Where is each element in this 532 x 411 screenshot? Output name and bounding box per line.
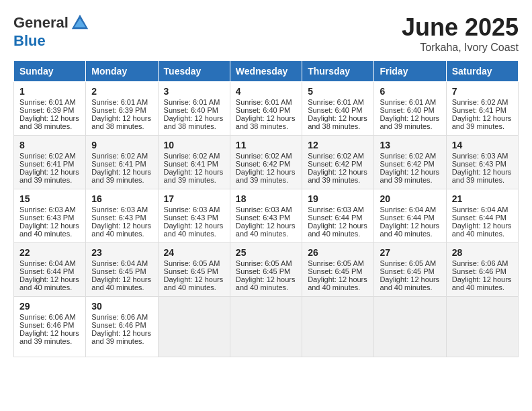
daylight-label: Daylight: 12 hours and 40 minutes. xyxy=(236,275,296,291)
day-number: 10 xyxy=(164,140,224,150)
sunset-label: Sunset: 6:42 PM xyxy=(380,160,434,168)
month-title: June 2025 xyxy=(402,13,519,42)
daylight-label: Daylight: 12 hours and 40 minutes. xyxy=(236,222,296,238)
calendar-cell: 27 Sunrise: 6:05 AM Sunset: 6:45 PM Dayl… xyxy=(374,243,446,297)
daylight-label: Daylight: 12 hours and 40 minutes. xyxy=(91,275,151,291)
day-number: 3 xyxy=(164,86,224,97)
sunrise-label: Sunrise: 6:01 AM xyxy=(19,98,76,106)
day-number: 28 xyxy=(452,247,513,258)
sunrise-label: Sunrise: 6:03 AM xyxy=(452,152,508,160)
sunset-label: Sunset: 6:45 PM xyxy=(164,267,218,275)
calendar-cell: 28 Sunrise: 6:06 AM Sunset: 6:46 PM Dayl… xyxy=(446,243,518,297)
sunset-label: Sunset: 6:40 PM xyxy=(380,106,434,114)
sunset-label: Sunset: 6:44 PM xyxy=(380,214,434,222)
day-number: 16 xyxy=(91,193,152,204)
day-number: 24 xyxy=(164,247,224,258)
calendar-cell: 24 Sunrise: 6:05 AM Sunset: 6:45 PM Dayl… xyxy=(158,243,230,297)
sunset-label: Sunset: 6:45 PM xyxy=(236,267,290,275)
day-number: 22 xyxy=(19,247,80,258)
sunset-label: Sunset: 6:40 PM xyxy=(236,106,290,114)
sunrise-label: Sunrise: 6:06 AM xyxy=(452,259,508,267)
sunset-label: Sunset: 6:42 PM xyxy=(236,160,290,168)
sunrise-label: Sunrise: 6:02 AM xyxy=(308,152,364,160)
sunrise-label: Sunrise: 6:01 AM xyxy=(164,98,220,106)
sunset-label: Sunset: 6:45 PM xyxy=(91,267,146,275)
calendar-cell: 15 Sunrise: 6:03 AM Sunset: 6:43 PM Dayl… xyxy=(14,189,86,243)
page-header: General Blue June 2025 Torkaha, Ivory Co… xyxy=(13,13,519,54)
title-block: June 2025 Torkaha, Ivory Coast xyxy=(402,13,519,54)
daylight-label: Daylight: 12 hours and 40 minutes. xyxy=(380,222,439,238)
calendar-cell xyxy=(374,297,446,357)
calendar-cell: 14 Sunrise: 6:03 AM Sunset: 6:43 PM Dayl… xyxy=(446,136,518,189)
calendar-cell: 23 Sunrise: 6:04 AM Sunset: 6:45 PM Dayl… xyxy=(86,243,158,297)
day-number: 12 xyxy=(308,140,368,150)
sunrise-label: Sunrise: 6:03 AM xyxy=(308,205,364,214)
sunset-label: Sunset: 6:46 PM xyxy=(452,267,506,275)
calendar-cell xyxy=(230,297,302,357)
sunset-label: Sunset: 6:43 PM xyxy=(164,214,218,222)
calendar-header-sunday: Sunday xyxy=(14,61,86,82)
calendar-cell: 12 Sunrise: 6:02 AM Sunset: 6:42 PM Dayl… xyxy=(302,136,374,189)
day-number: 18 xyxy=(236,193,296,204)
day-number: 2 xyxy=(91,86,152,97)
sunset-label: Sunset: 6:44 PM xyxy=(452,214,506,222)
day-number: 13 xyxy=(380,140,440,150)
sunrise-label: Sunrise: 6:04 AM xyxy=(452,205,508,214)
sunset-label: Sunset: 6:44 PM xyxy=(308,214,362,222)
sunrise-label: Sunrise: 6:02 AM xyxy=(19,152,76,160)
day-number: 19 xyxy=(308,193,368,204)
calendar-cell: 13 Sunrise: 6:02 AM Sunset: 6:42 PM Dayl… xyxy=(374,136,446,189)
sunset-label: Sunset: 6:42 PM xyxy=(308,160,362,168)
calendar-header-thursday: Thursday xyxy=(302,61,374,82)
sunset-label: Sunset: 6:41 PM xyxy=(452,106,506,114)
daylight-label: Daylight: 12 hours and 39 minutes. xyxy=(452,168,512,184)
logo: General Blue xyxy=(13,13,89,50)
sunrise-label: Sunrise: 6:01 AM xyxy=(236,98,292,106)
daylight-label: Daylight: 12 hours and 39 minutes. xyxy=(164,168,224,184)
calendar-cell: 30 Sunrise: 6:06 AM Sunset: 6:46 PM Dayl… xyxy=(86,297,158,357)
day-number: 27 xyxy=(380,247,440,258)
calendar-cell: 10 Sunrise: 6:02 AM Sunset: 6:41 PM Dayl… xyxy=(158,136,230,189)
daylight-label: Daylight: 12 hours and 39 minutes. xyxy=(19,329,79,345)
calendar-week-row: 1 Sunrise: 6:01 AM Sunset: 6:39 PM Dayli… xyxy=(14,82,519,136)
sunset-label: Sunset: 6:40 PM xyxy=(164,106,218,114)
calendar-header-saturday: Saturday xyxy=(446,61,518,82)
sunset-label: Sunset: 6:43 PM xyxy=(91,214,146,222)
logo-blue-text: Blue xyxy=(13,32,46,50)
day-number: 11 xyxy=(236,140,296,150)
daylight-label: Daylight: 12 hours and 39 minutes. xyxy=(308,168,367,184)
sunrise-label: Sunrise: 6:05 AM xyxy=(236,259,292,267)
calendar-week-row: 8 Sunrise: 6:02 AM Sunset: 6:41 PM Dayli… xyxy=(14,136,519,189)
day-number: 8 xyxy=(19,140,80,150)
calendar-cell: 5 Sunrise: 6:01 AM Sunset: 6:40 PM Dayli… xyxy=(302,82,374,136)
sunrise-label: Sunrise: 6:03 AM xyxy=(19,205,76,214)
calendar-cell: 3 Sunrise: 6:01 AM Sunset: 6:40 PM Dayli… xyxy=(158,82,230,136)
calendar-week-row: 29 Sunrise: 6:06 AM Sunset: 6:46 PM Dayl… xyxy=(14,297,519,357)
sunset-label: Sunset: 6:43 PM xyxy=(19,214,74,222)
daylight-label: Daylight: 12 hours and 38 minutes. xyxy=(91,114,151,130)
day-number: 29 xyxy=(19,301,80,312)
calendar-header-row: SundayMondayTuesdayWednesdayThursdayFrid… xyxy=(14,61,519,82)
calendar-table: SundayMondayTuesdayWednesdayThursdayFrid… xyxy=(13,60,519,357)
calendar-cell: 17 Sunrise: 6:03 AM Sunset: 6:43 PM Dayl… xyxy=(158,189,230,243)
daylight-label: Daylight: 12 hours and 39 minutes. xyxy=(91,329,151,345)
calendar-cell: 19 Sunrise: 6:03 AM Sunset: 6:44 PM Dayl… xyxy=(302,189,374,243)
logo-icon xyxy=(71,13,89,32)
day-number: 14 xyxy=(452,140,513,150)
daylight-label: Daylight: 12 hours and 40 minutes. xyxy=(19,222,79,238)
day-number: 20 xyxy=(380,193,440,204)
calendar-cell: 29 Sunrise: 6:06 AM Sunset: 6:46 PM Dayl… xyxy=(14,297,86,357)
daylight-label: Daylight: 12 hours and 40 minutes. xyxy=(452,222,512,238)
sunset-label: Sunset: 6:45 PM xyxy=(308,267,362,275)
day-number: 7 xyxy=(452,86,513,97)
calendar-cell: 11 Sunrise: 6:02 AM Sunset: 6:42 PM Dayl… xyxy=(230,136,302,189)
day-number: 4 xyxy=(236,86,296,97)
calendar-header-tuesday: Tuesday xyxy=(158,61,230,82)
daylight-label: Daylight: 12 hours and 40 minutes. xyxy=(19,275,79,291)
day-number: 17 xyxy=(164,193,224,204)
calendar-week-row: 15 Sunrise: 6:03 AM Sunset: 6:43 PM Dayl… xyxy=(14,189,519,243)
calendar-cell: 18 Sunrise: 6:03 AM Sunset: 6:43 PM Dayl… xyxy=(230,189,302,243)
calendar-cell: 26 Sunrise: 6:05 AM Sunset: 6:45 PM Dayl… xyxy=(302,243,374,297)
sunrise-label: Sunrise: 6:01 AM xyxy=(380,98,436,106)
sunrise-label: Sunrise: 6:04 AM xyxy=(19,259,76,267)
